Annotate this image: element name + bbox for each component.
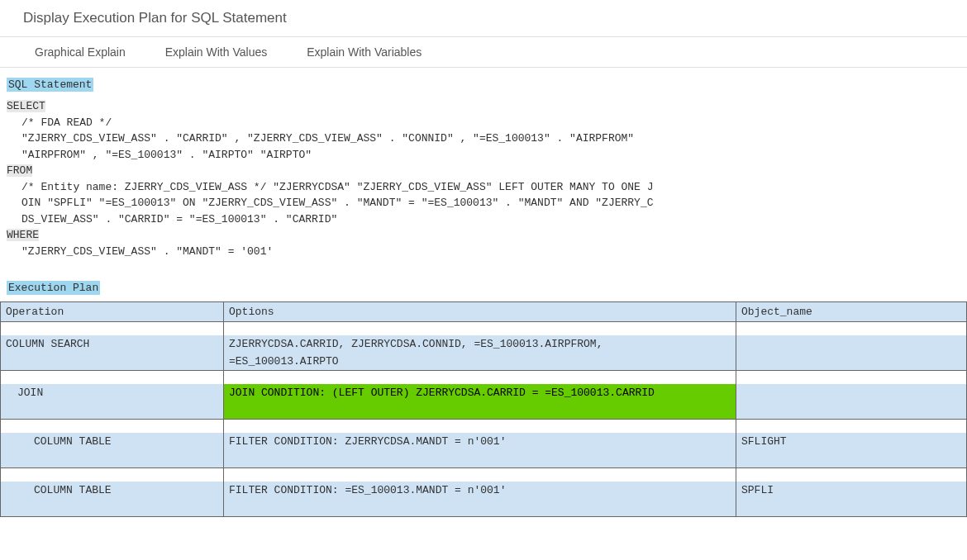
execution-plan-table: Operation Options Object_name COLUMN SEA… (0, 301, 967, 517)
explain-with-values-button[interactable]: Explain With Values (165, 45, 267, 59)
sql-text: OIN "SPFLI" "=ES_100013" ON "ZJERRY_CDS_… (7, 195, 950, 211)
col-header-operation[interactable]: Operation (1, 302, 224, 322)
table-row[interactable]: JOIN JOIN CONDITION: (LEFT OUTER) ZJERRY… (1, 371, 967, 420)
plan-object-name (736, 335, 966, 353)
plan-options: FILTER CONDITION: ZJERRYCDSA.MANDT = n'0… (224, 433, 736, 450)
sql-text: /* Entity name: ZJERRY_CDS_VIEW_ASS */ "… (7, 179, 950, 196)
plan-operation: COLUMN SEARCH (1, 335, 223, 353)
plan-options: ZJERRYCDSA.CARRID, ZJERRYCDSA.CONNID, =E… (224, 335, 736, 353)
col-header-object-name[interactable]: Object_name (736, 302, 967, 322)
graphical-explain-button[interactable]: Graphical Explain (35, 45, 126, 59)
page-title: Display Execution Plan for SQL Statement (0, 0, 967, 37)
sql-keyword-select: SELECT (7, 100, 45, 112)
col-header-options[interactable]: Options (224, 302, 736, 322)
sql-block: SELECT /* FDA READ */ "ZJERRY_CDS_VIEW_A… (7, 98, 950, 259)
plan-object-name: SFLIGHT (736, 433, 966, 450)
sql-text: "ZJERRY_CDS_VIEW_ASS" . "CARRID" , "ZJER… (7, 131, 950, 147)
sql-keyword-from: FROM (7, 164, 32, 177)
plan-object-name (736, 384, 966, 401)
plan-options: JOIN CONDITION: (LEFT OUTER) ZJERRYCDSA.… (224, 384, 736, 401)
table-row[interactable]: COLUMN TABLE FILTER CONDITION: =ES_10001… (1, 468, 967, 517)
explain-with-variables-button[interactable]: Explain With Variables (307, 45, 422, 59)
plan-operation: COLUMN TABLE (1, 433, 223, 450)
sql-text: /* FDA READ */ (7, 115, 950, 131)
sql-keyword-where: WHERE (7, 229, 39, 241)
sql-statement-label: SQL Statement (7, 78, 93, 92)
plan-options: FILTER CONDITION: =ES_100013.MANDT = n'0… (224, 482, 736, 499)
execution-plan-label: Execution Plan (7, 281, 100, 295)
sql-text: "ZJERRY_CDS_VIEW_ASS" . "MANDT" = '001' (7, 244, 950, 260)
table-row[interactable]: COLUMN TABLE FILTER CONDITION: ZJERRYCDS… (1, 420, 967, 468)
sql-text: "AIRPFROM" , "=ES_100013" . "AIRPTO" "AI… (7, 147, 950, 164)
plan-operation: JOIN (1, 384, 223, 401)
sql-text: DS_VIEW_ASS" . "CARRID" = "=ES_100013" .… (7, 211, 950, 228)
table-header-row: Operation Options Object_name (1, 302, 967, 322)
table-row[interactable]: COLUMN SEARCH ZJERRYCDSA.CARRID, ZJERRYC… (1, 322, 967, 371)
toolbar: Graphical Explain Explain With Values Ex… (0, 37, 967, 68)
plan-object-name: SPFLI (736, 482, 966, 499)
plan-operation: COLUMN TABLE (1, 482, 223, 499)
